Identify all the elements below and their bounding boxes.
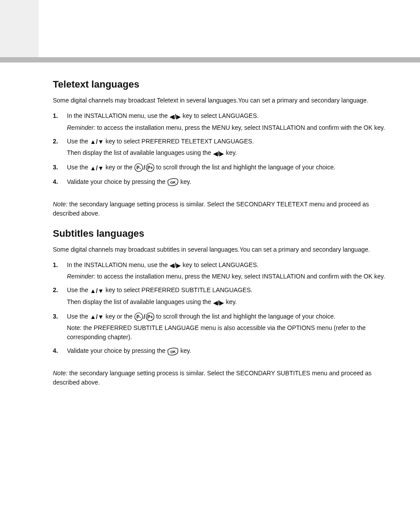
step-text: Use the ▲/▼ key or the P- / P+ to scroll…	[67, 312, 387, 322]
p-minus-icon: P-	[134, 163, 143, 172]
step-number: 3.	[53, 312, 61, 344]
p-plus-icon: P+	[146, 312, 155, 321]
teletext-steps: 1. In the INSTALLATION menu, use the ◀/▶…	[53, 111, 387, 188]
step-number: 4.	[53, 177, 61, 188]
subtitles-note: Note: the secondary language setting pro…	[53, 369, 387, 387]
subtitles-steps: 1. In the INSTALLATION menu, use the ◀/▶…	[53, 260, 387, 358]
up-down-icon: ▲/▼	[90, 164, 104, 173]
step-number: 3.	[53, 163, 61, 175]
step-subtext: Reminder: to access the installation men…	[67, 272, 387, 281]
step-number: 2.	[53, 286, 61, 309]
step-text: In the INSTALLATION menu, use the ◀/▶ ke…	[67, 260, 387, 271]
header-divider	[0, 57, 420, 62]
svg-text:P-: P-	[136, 165, 141, 170]
svg-text:OK: OK	[170, 180, 176, 185]
p-minus-icon: P-	[134, 312, 143, 321]
up-down-icon: ▲/▼	[90, 286, 104, 296]
step-text: Validate your choice by pressing the OK …	[67, 346, 387, 355]
step-subtext: Then display the list of available langu…	[67, 148, 387, 158]
document-body: Teletext languages Some digital channels…	[53, 77, 387, 395]
up-down-icon: ▲/▼	[90, 137, 104, 147]
subtitles-lead: Some digital channels may broadcast subt…	[53, 245, 387, 254]
step-text: Use the ▲/▼ key to select PREFERRED TELE…	[67, 137, 387, 147]
left-right-icon: ◀/▶	[213, 298, 225, 308]
step-subtext: Note: the PREFERRED SUBTITLE LANGUAGE me…	[67, 323, 387, 342]
teletext-lead: Some digital channels may broadcast Tele…	[53, 96, 387, 105]
svg-text:P+: P+	[147, 165, 153, 170]
left-right-icon: ◀/▶	[213, 149, 225, 158]
step-text: Validate your choice by pressing the OK …	[67, 177, 387, 187]
svg-text:OK: OK	[170, 350, 176, 354]
ok-key-icon: OK	[167, 347, 179, 356]
svg-text:P-: P-	[136, 315, 141, 319]
step-text: Use the ▲/▼ key or the P- / P+ to scroll…	[67, 163, 387, 173]
step-number: 2.	[53, 137, 61, 160]
side-tab	[0, 0, 39, 57]
step-number: 1.	[53, 111, 61, 134]
step-number: 1.	[53, 260, 61, 283]
step-text: Use the ▲/▼ key to select PREFERRED SUBT…	[67, 286, 387, 296]
teletext-note: Note: the secondary language setting pro…	[53, 200, 387, 218]
left-right-icon: ◀/▶	[169, 261, 181, 270]
left-right-icon: ◀/▶	[169, 112, 181, 121]
ok-key-icon: OK	[167, 178, 179, 187]
step-subtext: Reminder: to access the installation men…	[67, 123, 387, 132]
step-subtext: Then display the list of available langu…	[67, 297, 387, 308]
svg-text:P+: P+	[147, 315, 153, 319]
up-down-icon: ▲/▼	[90, 312, 104, 322]
heading-teletext: Teletext languages	[53, 77, 387, 92]
heading-subtitles: Subtitles languages	[53, 226, 387, 241]
step-number: 4.	[53, 346, 61, 357]
p-plus-icon: P+	[146, 163, 155, 172]
step-text: In the INSTALLATION menu, use the ◀/▶ ke…	[67, 111, 387, 121]
